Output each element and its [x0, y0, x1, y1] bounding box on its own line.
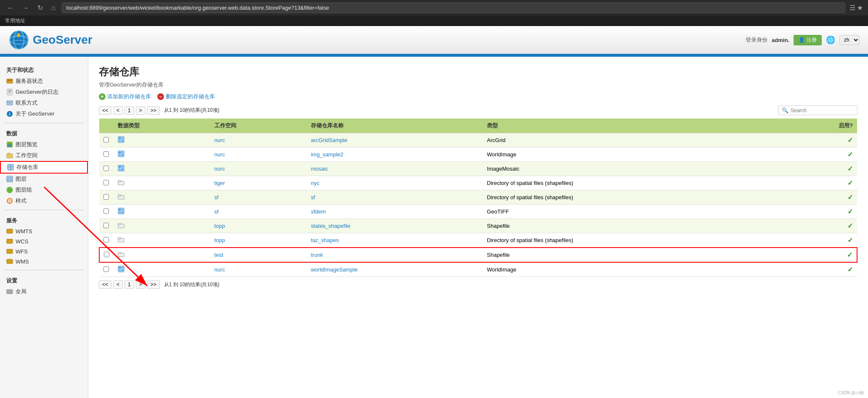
row-workspace-link[interactable]: topp — [214, 237, 225, 243]
sidebar-item-wcs[interactable]: WCS — [0, 236, 88, 246]
row-name-cell: trunk — [307, 248, 483, 262]
next-page-button[interactable]: > — [136, 106, 146, 115]
layergroup-icon — [6, 187, 13, 193]
sidebar-item-geoserver-log[interactable]: GeoServer的日志 — [0, 87, 88, 98]
row-checkbox[interactable] — [103, 266, 109, 272]
sidebar-item-wmts[interactable]: WMTS — [0, 226, 88, 236]
home-button[interactable]: ⌂ — [49, 3, 58, 13]
wmts-icon — [6, 228, 13, 235]
row-workspace-link[interactable]: test — [214, 252, 223, 258]
register-button[interactable]: 👤 注册 — [794, 35, 822, 45]
bottom-next-page-button[interactable]: > — [136, 280, 146, 289]
page-number-button[interactable]: 1 — [124, 106, 134, 115]
row-name-link[interactable]: mosaic — [311, 166, 328, 172]
sidebar-item-store[interactable]: 存储仓库 — [0, 161, 88, 174]
row-checkbox[interactable] — [104, 252, 109, 257]
first-page-button[interactable]: << — [99, 106, 111, 115]
wfs-icon — [6, 248, 13, 255]
sidebar-item-server-status-label: 服务器状态 — [16, 77, 43, 85]
bottom-page-number-button[interactable]: 1 — [124, 280, 134, 289]
row-workspace-link[interactable]: nurc — [214, 151, 225, 158]
row-workspace-link[interactable]: nurc — [214, 166, 225, 172]
row-name-link[interactable]: sfdem — [311, 208, 326, 215]
row-type-icon-cell — [114, 233, 210, 248]
forward-button[interactable]: → — [20, 3, 31, 13]
workspace-icon — [6, 152, 13, 159]
row-checkbox-cell — [99, 233, 114, 248]
browser-chrome: ← → ↻ ⌂ ☰ ★ — [0, 0, 868, 16]
table-row: nurc mosaic ImageMosaic ✓ — [99, 162, 857, 176]
table-row: tiger nyc Directory of spatial files (sh… — [99, 176, 857, 190]
row-name-link[interactable]: sf — [311, 194, 315, 200]
sidebar-item-wms[interactable]: WMS — [0, 256, 88, 266]
bottom-last-page-button[interactable]: >> — [147, 280, 160, 289]
row-checkbox[interactable] — [103, 208, 109, 214]
svg-rect-71 — [122, 269, 123, 271]
row-type-cell: ArcGrid — [483, 133, 785, 148]
row-workspace-link[interactable]: sf — [214, 194, 219, 200]
reload-button[interactable]: ↻ — [35, 3, 45, 13]
page-subtitle: 管理GeoServer的存储仓库 — [99, 81, 857, 89]
logo-globe-icon — [8, 29, 29, 50]
row-type-icon — [118, 238, 124, 244]
table-row: sf sf Directory of spatial files (shapef… — [99, 190, 857, 205]
svg-rect-48 — [119, 166, 121, 168]
sidebar-item-workspace[interactable]: 工作空间 — [0, 150, 88, 161]
th-name: 存储仓库名称 — [307, 119, 483, 133]
prev-page-button[interactable]: < — [113, 106, 123, 115]
row-workspace-link[interactable]: sf — [214, 208, 219, 215]
row-workspace-link[interactable]: nurc — [214, 266, 225, 273]
row-name-link[interactable]: trunk — [311, 252, 323, 258]
row-checkbox-cell — [99, 176, 114, 190]
row-type-cell: ImageMosaic — [483, 162, 785, 176]
row-name-link[interactable]: taz_shapes — [311, 237, 339, 243]
url-bar[interactable] — [62, 3, 845, 13]
sidebar-item-contact-label: 联系方式 — [16, 99, 37, 107]
back-button[interactable]: ← — [5, 3, 16, 13]
bottom-prev-page-button[interactable]: < — [113, 280, 123, 289]
table-row: sf sfdem GeoTIFF ✓ — [99, 205, 857, 219]
sidebar-item-layergroup-label: 图层组 — [16, 186, 32, 194]
row-name-link[interactable]: arcGridSample — [311, 137, 347, 143]
row-checkbox[interactable] — [103, 237, 109, 242]
row-workspace-link[interactable]: nurc — [214, 137, 225, 143]
bottom-first-page-button[interactable]: << — [99, 280, 111, 289]
row-workspace-link[interactable]: topp — [214, 223, 225, 229]
row-name-link[interactable]: states_shapefile — [311, 223, 350, 229]
row-workspace-link[interactable]: tiger — [214, 180, 225, 186]
row-checkbox[interactable] — [103, 180, 109, 185]
sidebar-item-global[interactable]: 全局 — [0, 286, 88, 297]
row-checkbox[interactable] — [103, 166, 109, 171]
row-checkbox[interactable] — [103, 194, 109, 200]
row-checkbox[interactable] — [103, 223, 109, 228]
sidebar-item-layergroup[interactable]: 图层组 — [0, 185, 88, 195]
row-name-link[interactable]: nyc — [311, 180, 319, 186]
sidebar-item-wfs[interactable]: WFS — [0, 246, 88, 256]
sidebar-item-about[interactable]: i 关于 GeoServer — [0, 108, 88, 119]
sidebar-item-server-status[interactable]: 服务器状态 — [0, 76, 88, 87]
svg-rect-44 — [122, 152, 123, 153]
svg-rect-41 — [122, 140, 123, 142]
sidebar-item-layer[interactable]: 图层 — [0, 174, 88, 185]
row-checkbox[interactable] — [103, 137, 109, 142]
table-header: 数据类型 工作空间 存储仓库名称 类型 启用? — [99, 119, 857, 133]
row-checkbox[interactable] — [103, 151, 109, 157]
row-name-link[interactable]: worldImageSample — [311, 266, 357, 273]
row-name-link[interactable]: img_sample2 — [311, 151, 343, 158]
globe-icon: 🌐 — [826, 35, 835, 45]
sidebar-item-contact[interactable]: 联系方式 — [0, 98, 88, 108]
svg-rect-39 — [122, 137, 123, 139]
delete-store-link[interactable]: − 删除选定的存储仓库 — [157, 93, 215, 100]
sidebar-item-layer-preview[interactable]: 图层预览 — [0, 139, 88, 150]
row-enabled-cell: ✓ — [785, 205, 857, 219]
svg-point-28 — [9, 189, 11, 191]
last-page-button[interactable]: >> — [147, 106, 160, 115]
sidebar-item-style[interactable]: 样式 — [0, 195, 88, 206]
search-input[interactable] — [791, 108, 854, 113]
add-store-link[interactable]: + 添加新的存储仓库 — [99, 93, 151, 100]
row-enabled-cell: ✓ — [785, 176, 857, 190]
row-checkbox-cell — [99, 262, 114, 277]
row-checkbox-cell — [99, 205, 114, 219]
language-select[interactable]: zh en — [839, 35, 860, 45]
row-workspace-cell: nurc — [210, 148, 307, 162]
